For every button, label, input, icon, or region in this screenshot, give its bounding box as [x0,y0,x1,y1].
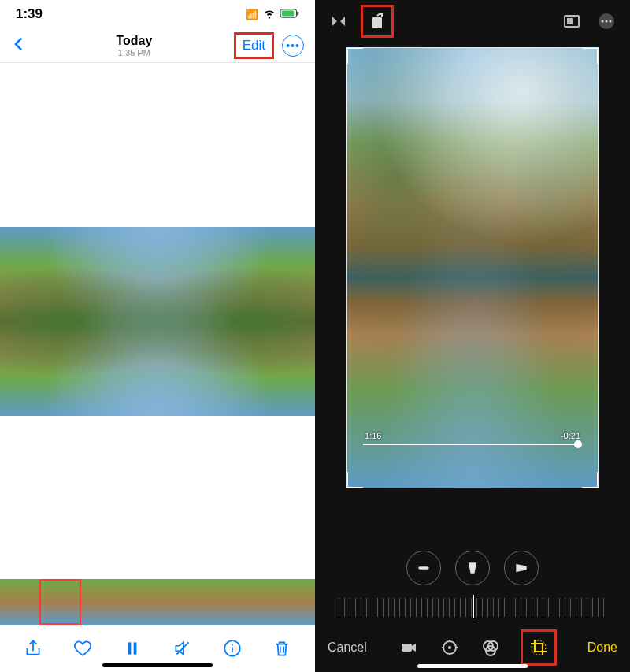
scrubber-time-current: 1:16 [365,431,381,440]
svg-rect-1 [282,10,294,16]
filmstrip-thumb[interactable] [237,579,276,625]
nav-bar: Today 1:35 PM Edit ••• [0,28,315,63]
mode-adjust-button[interactable] [439,637,461,659]
info-button[interactable] [219,635,246,662]
filmstrip-thumb[interactable] [198,579,238,625]
filmstrip-thumb[interactable] [81,579,120,625]
svg-rect-14 [402,644,412,652]
svg-rect-13 [418,566,428,569]
svg-point-11 [606,20,608,23]
rotate-button-highlight [361,5,394,38]
crop-handle-br[interactable] [582,472,598,488]
filmstrip-thumb[interactable] [159,579,198,625]
nav-title-area: Today 1:35 PM [35,34,234,58]
main-media-area[interactable] [0,63,315,579]
crop-handle-tl[interactable] [346,47,363,64]
mode-filters-button[interactable] [480,637,502,659]
nav-title: Today [35,34,234,48]
status-bar: 1:39 📶 [0,0,315,28]
svg-point-16 [448,646,451,649]
cellular-icon: 📶 [246,9,258,20]
mode-crop-highlight [521,629,557,666]
crop-frame[interactable]: 1:16 -0:21 [346,47,598,488]
mode-video-button[interactable] [398,637,420,659]
home-indicator [102,663,213,667]
crop-handle-bl[interactable] [346,472,363,488]
edit-button[interactable]: Edit [234,32,274,59]
svg-rect-6 [372,17,382,28]
nav-subtitle: 1:35 PM [35,48,234,58]
mute-button[interactable] [169,635,196,662]
rotate-button[interactable] [366,10,388,32]
edit-more-button[interactable] [595,10,617,32]
photos-edit-screen: 1:16 -0:21 Cancel [315,0,630,672]
adjust-buttons-row [315,544,630,592]
edit-top-bar [315,0,630,43]
more-button[interactable]: ••• [282,35,304,57]
straighten-button[interactable] [406,551,441,585]
cancel-button[interactable]: Cancel [328,640,367,655]
angle-dial[interactable] [339,598,606,617]
home-indicator [417,664,528,668]
svg-point-20 [532,640,546,655]
play-pause-button[interactable] [119,635,146,662]
angle-dial-row[interactable] [315,592,630,623]
filmstrip-thumb[interactable] [120,579,160,625]
filmstrip[interactable] [0,579,315,625]
perspective-vertical-button[interactable] [455,551,490,585]
video-preview [0,227,315,416]
crop-handle-tr[interactable] [582,47,598,64]
favorite-button[interactable] [69,635,96,662]
video-scrubber[interactable] [363,444,582,445]
scrubber-time-remaining: -0:21 [561,431,580,440]
svg-rect-8 [567,18,573,24]
aspect-ratio-button[interactable] [561,10,583,32]
svg-point-10 [602,20,604,23]
filmstrip-thumb[interactable] [0,579,39,625]
status-indicators: 📶 [246,7,299,22]
crop-canvas[interactable]: 1:16 -0:21 [315,43,630,544]
done-button[interactable]: Done [587,640,617,655]
back-button[interactable] [11,33,35,58]
svg-point-12 [610,20,612,23]
svg-rect-4 [134,642,137,654]
svg-rect-3 [128,642,132,654]
wifi-icon [263,7,276,22]
status-time: 1:39 [16,6,43,22]
flip-horizontal-button[interactable] [328,10,350,32]
battery-icon [280,9,299,20]
share-button[interactable] [20,635,46,662]
filmstrip-thumb-selected[interactable] [39,579,82,625]
filmstrip-thumb[interactable] [276,579,316,625]
trash-button[interactable] [269,635,295,662]
svg-rect-2 [297,11,298,15]
mode-crop-button[interactable] [528,637,550,659]
perspective-horizontal-button[interactable] [504,551,539,585]
photos-viewer-screen: 1:39 📶 Today 1:35 PM Edit ••• [0,0,315,672]
